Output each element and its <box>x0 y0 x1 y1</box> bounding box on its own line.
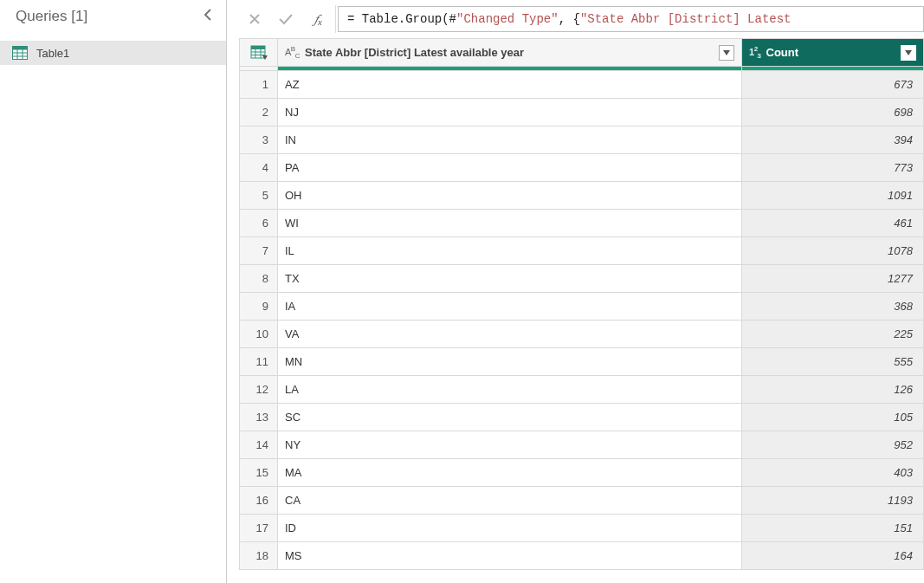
query-item-table1[interactable]: Table1 <box>0 41 226 65</box>
cell-count[interactable]: 1091 <box>742 182 924 210</box>
queries-header: Queries [1] <box>0 0 226 36</box>
cell-state[interactable]: NY <box>278 431 742 459</box>
row-number[interactable]: 9 <box>240 293 278 321</box>
cell-count[interactable]: 394 <box>742 126 924 154</box>
number-type-icon: 123 <box>749 45 761 60</box>
formula-text-4: "State Abbr [District] Latest <box>580 12 792 26</box>
table-row[interactable]: 3IN394 <box>240 126 924 154</box>
row-number[interactable]: 18 <box>240 542 278 570</box>
table-row[interactable]: 12LA126 <box>240 376 924 404</box>
cell-state[interactable]: AZ <box>278 71 742 99</box>
formula-text-1: = Table.Group(# <box>347 12 456 26</box>
table-row[interactable]: 8TX1277 <box>240 265 924 293</box>
formula-bar: 𝑓x = Table.Group(#"Changed Type", {"Stat… <box>239 0 924 38</box>
cell-state[interactable]: MS <box>278 542 742 570</box>
row-number[interactable]: 2 <box>240 99 278 126</box>
cell-count[interactable]: 151 <box>742 515 924 542</box>
cell-count[interactable]: 698 <box>742 99 924 126</box>
cell-count[interactable]: 225 <box>742 321 924 348</box>
row-number[interactable]: 4 <box>240 154 278 182</box>
query-item-label: Table1 <box>36 47 69 60</box>
row-number[interactable]: 16 <box>240 487 278 515</box>
cell-state[interactable]: PA <box>278 154 742 182</box>
cell-state[interactable]: MN <box>278 348 742 376</box>
column-header-state[interactable]: ABC State Abbr [District] Latest availab… <box>278 39 742 67</box>
cell-state[interactable]: NJ <box>278 99 742 126</box>
row-number[interactable]: 13 <box>240 404 278 431</box>
cell-state[interactable]: WI <box>278 210 742 237</box>
table-row[interactable]: 6WI461 <box>240 210 924 237</box>
row-number[interactable]: 11 <box>240 348 278 376</box>
cell-count[interactable]: 368 <box>742 293 924 321</box>
table-row[interactable]: 2NJ698 <box>240 99 924 126</box>
column-header-state-label: State Abbr [District] Latest available y… <box>305 46 524 59</box>
cell-count[interactable]: 1277 <box>742 265 924 293</box>
row-number[interactable]: 14 <box>240 431 278 459</box>
cell-state[interactable]: OH <box>278 182 742 210</box>
row-number[interactable]: 7 <box>240 237 278 265</box>
table-row[interactable]: 5OH1091 <box>240 182 924 210</box>
queries-title: Queries [1] <box>16 8 87 25</box>
text-type-icon: ABC <box>285 45 300 60</box>
row-number[interactable]: 15 <box>240 459 278 487</box>
row-number[interactable]: 3 <box>240 126 278 154</box>
column-filter-count-icon[interactable] <box>901 45 916 61</box>
row-number[interactable]: 8 <box>240 265 278 293</box>
table-row[interactable]: 15MA403 <box>240 459 924 487</box>
fx-icon[interactable]: 𝑓x <box>301 5 336 33</box>
accept-formula-icon[interactable] <box>270 5 301 33</box>
table-row[interactable]: 17ID151 <box>240 515 924 542</box>
cell-state[interactable]: IL <box>278 237 742 265</box>
table-row[interactable]: 13SC105 <box>240 404 924 431</box>
table-row[interactable]: 14NY952 <box>240 431 924 459</box>
column-header-count[interactable]: 123 Count <box>742 39 924 67</box>
queries-sidebar: Queries [1] Table1 <box>0 0 227 583</box>
cell-count[interactable]: 105 <box>742 404 924 431</box>
table-corner-button[interactable] <box>240 39 278 67</box>
cell-state[interactable]: ID <box>278 515 742 542</box>
cell-count[interactable]: 773 <box>742 154 924 182</box>
cell-count[interactable]: 164 <box>742 542 924 570</box>
table-row[interactable]: 18MS164 <box>240 542 924 570</box>
cell-state[interactable]: VA <box>278 321 742 348</box>
table-row[interactable]: 7IL1078 <box>240 237 924 265</box>
cell-count[interactable]: 952 <box>742 431 924 459</box>
cell-count[interactable]: 403 <box>742 459 924 487</box>
table-row[interactable]: 10VA225 <box>240 321 924 348</box>
cell-count[interactable]: 461 <box>742 210 924 237</box>
table-row[interactable]: 9IA368 <box>240 293 924 321</box>
formula-text-3: , { <box>559 12 580 26</box>
formula-text-2: "Changed Type" <box>456 12 559 26</box>
cell-count[interactable]: 673 <box>742 71 924 99</box>
row-number[interactable]: 5 <box>240 182 278 210</box>
cell-state[interactable]: CA <box>278 487 742 515</box>
cancel-formula-icon[interactable] <box>239 5 270 33</box>
row-number[interactable]: 12 <box>240 376 278 404</box>
cell-count[interactable]: 1078 <box>742 237 924 265</box>
table-icon <box>12 46 28 60</box>
row-number[interactable]: 6 <box>240 210 278 237</box>
cell-count[interactable]: 1193 <box>742 487 924 515</box>
formula-input[interactable]: = Table.Group(#"Changed Type", {"State A… <box>338 6 924 32</box>
query-list: Table1 <box>0 36 226 70</box>
data-grid: ABC State Abbr [District] Latest availab… <box>239 38 924 583</box>
cell-state[interactable]: MA <box>278 459 742 487</box>
table-row[interactable]: 11MN555 <box>240 348 924 376</box>
row-number[interactable]: 17 <box>240 515 278 542</box>
cell-state[interactable]: SC <box>278 404 742 431</box>
cell-state[interactable]: LA <box>278 376 742 404</box>
cell-state[interactable]: IA <box>278 293 742 321</box>
row-number[interactable]: 1 <box>240 71 278 99</box>
cell-count[interactable]: 126 <box>742 376 924 404</box>
row-number[interactable]: 10 <box>240 321 278 348</box>
column-filter-state-icon[interactable] <box>719 45 734 61</box>
cell-count[interactable]: 555 <box>742 348 924 376</box>
cell-state[interactable]: IN <box>278 126 742 154</box>
collapse-sidebar-icon[interactable] <box>200 5 216 27</box>
table-row[interactable]: 4PA773 <box>240 154 924 182</box>
table-row[interactable]: 1AZ673 <box>240 71 924 99</box>
column-header-count-label: Count <box>766 46 799 59</box>
cell-state[interactable]: TX <box>278 265 742 293</box>
table-row[interactable]: 16CA1193 <box>240 487 924 515</box>
svg-rect-7 <box>251 46 265 49</box>
